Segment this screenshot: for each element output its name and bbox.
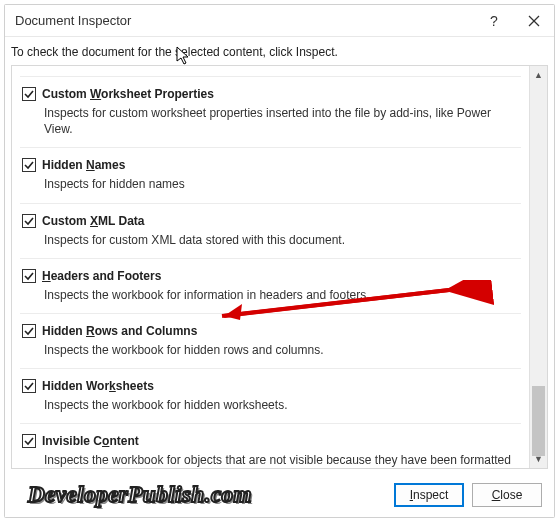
checkmark-icon (24, 216, 34, 226)
close-icon (528, 15, 540, 27)
help-button[interactable]: ? (474, 5, 514, 37)
checkbox[interactable] (22, 379, 36, 393)
option-header: Hidden Worksheets (22, 379, 517, 393)
document-inspector-dialog: Document Inspector ? To check the docume… (4, 4, 555, 518)
close-button[interactable]: Close (472, 483, 542, 507)
option-header: Custom XML Data (22, 214, 517, 228)
option-description: Inspects for custom XML data stored with… (22, 228, 517, 248)
checkbox[interactable] (22, 214, 36, 228)
scroll-down-arrow-icon[interactable]: ▼ (530, 450, 547, 468)
options-list: Custom Worksheet PropertiesInspects for … (12, 66, 529, 468)
inspector-option: Headers and FootersInspects the workbook… (20, 258, 521, 313)
checkmark-icon (24, 436, 34, 446)
scroll-up-arrow-icon[interactable]: ▲ (530, 66, 547, 84)
option-description: Inspects the workbook for hidden workshe… (22, 393, 517, 413)
inspector-option: Custom XML DataInspects for custom XML d… (20, 203, 521, 258)
option-title: Hidden Worksheets (42, 379, 154, 393)
option-header: Hidden Names (22, 158, 517, 172)
instruction-text: To check the document for the selected c… (5, 37, 554, 65)
options-panel: Custom Worksheet PropertiesInspects for … (11, 65, 548, 469)
option-title: Hidden Rows and Columns (42, 324, 197, 338)
option-title: Custom XML Data (42, 214, 144, 228)
option-title: Headers and Footers (42, 269, 161, 283)
watermark-text: DeveloperPublish.com (28, 482, 252, 508)
checkmark-icon (24, 381, 34, 391)
inspect-button[interactable]: Inspect (394, 483, 464, 507)
inspector-option: Hidden WorksheetsInspects the workbook f… (20, 368, 521, 423)
option-header: Invisible Content (22, 434, 517, 448)
checkbox[interactable] (22, 269, 36, 283)
checkbox[interactable] (22, 158, 36, 172)
checkmark-icon (24, 326, 34, 336)
option-description: Inspects for custom worksheet properties… (22, 101, 517, 137)
checkmark-icon (24, 89, 34, 99)
option-description: Inspects the workbook for hidden rows an… (22, 338, 517, 358)
checkmark-icon (24, 160, 34, 170)
titlebar: Document Inspector ? (5, 5, 554, 37)
option-header: Hidden Rows and Columns (22, 324, 517, 338)
option-description: Inspects the workbook for objects that a… (22, 448, 517, 468)
checkmark-icon (24, 271, 34, 281)
option-title: Custom Worksheet Properties (42, 87, 214, 101)
checkbox[interactable] (22, 434, 36, 448)
scrollbar[interactable]: ▲ ▼ (529, 66, 547, 468)
close-window-button[interactable] (514, 5, 554, 37)
option-header: Headers and Footers (22, 269, 517, 283)
checkbox[interactable] (22, 324, 36, 338)
cursor-icon (176, 46, 194, 66)
inspector-option: Invisible ContentInspects the workbook f… (20, 423, 521, 468)
inspector-option: Custom Worksheet PropertiesInspects for … (20, 76, 521, 147)
inspector-option: Hidden Rows and ColumnsInspects the work… (20, 313, 521, 368)
option-description: Inspects the workbook for information in… (22, 283, 517, 303)
checkbox[interactable] (22, 87, 36, 101)
inspector-option: Hidden NamesInspects for hidden names (20, 147, 521, 202)
dialog-title: Document Inspector (15, 13, 474, 28)
option-title: Invisible Content (42, 434, 139, 448)
option-title: Hidden Names (42, 158, 125, 172)
option-description: Inspects for hidden names (22, 172, 517, 192)
scroll-thumb[interactable] (532, 386, 545, 456)
partial-item-desc (20, 70, 521, 74)
option-header: Custom Worksheet Properties (22, 87, 517, 101)
